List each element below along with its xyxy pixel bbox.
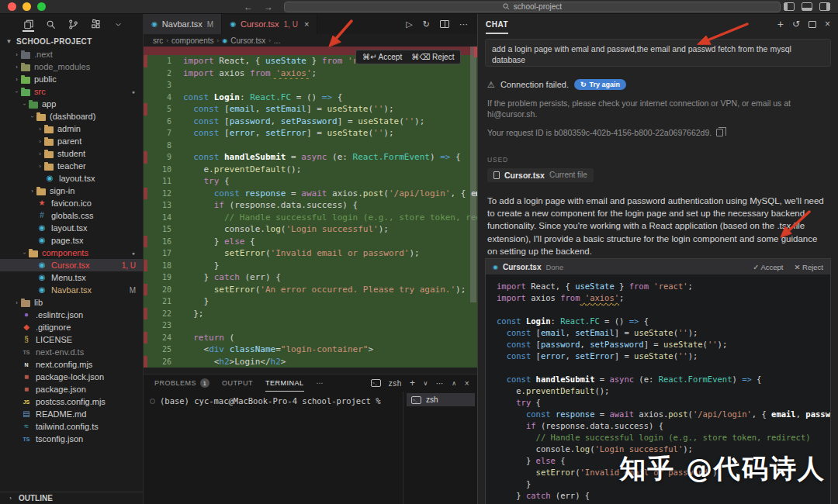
chevron-closed-icon[interactable]: › xyxy=(36,138,44,145)
run-icon[interactable]: ▷ xyxy=(406,19,412,29)
explorer-item-admin[interactable]: ›admin xyxy=(0,123,143,135)
code-line: 19 } catch (err) { xyxy=(144,271,477,284)
accept-shortcut-button[interactable]: ⌘↵ Accept xyxy=(362,53,402,61)
toggle-left-sidebar-icon[interactable] xyxy=(784,2,795,11)
reject-shortcut-button[interactable]: ⌘⌫ Reject xyxy=(411,53,454,61)
close-window-button[interactable] xyxy=(8,2,16,11)
panel-close-icon[interactable]: × xyxy=(465,379,469,388)
explorer-item-Cursor.tsx[interactable]: ◉Cursor.tsx1, U xyxy=(0,259,143,271)
explorer-item-page.tsx[interactable]: ◉page.tsx xyxy=(0,234,143,247)
panel-tab-problems[interactable]: PROBLEMS1 xyxy=(154,375,210,392)
chevron-closed-icon[interactable]: › xyxy=(28,188,36,195)
maximize-window-button[interactable] xyxy=(37,2,46,11)
explorer-item-.eslintrc.json[interactable]: ●.eslintrc.json xyxy=(0,309,143,321)
nav-back-icon[interactable]: ← xyxy=(244,2,253,12)
explorer-item-LICENSE[interactable]: §LICENSE xyxy=(0,333,143,346)
explorer-item-package-lock.json[interactable]: ■package-lock.json xyxy=(0,371,143,383)
chevron-closed-icon[interactable]: › xyxy=(12,76,21,83)
chevron-closed-icon[interactable]: › xyxy=(36,126,44,133)
editor-scrollbar[interactable] xyxy=(470,47,476,302)
split-editor-icon[interactable] xyxy=(440,20,449,28)
editor-tab-Cursor.tsx[interactable]: ◉Cursor.tsx1, U× xyxy=(222,14,317,34)
breadcrumb[interactable]: src›components›◉Cursor.tsx›... xyxy=(144,34,477,47)
history-icon[interactable]: ↺ xyxy=(792,19,800,29)
chevron-open-icon[interactable]: › xyxy=(21,100,28,109)
minimize-window-button[interactable] xyxy=(23,2,31,11)
reject-button[interactable]: ✕ Reject xyxy=(794,263,823,271)
code-editor[interactable]: 1import React, { useState } from 'react'… xyxy=(144,47,477,374)
panel-more-icon[interactable]: ⋯ xyxy=(317,379,324,387)
refresh-icon[interactable]: ↻ xyxy=(423,19,430,29)
explorer-item-favicon.ico[interactable]: ★favicon.ico xyxy=(0,197,143,209)
chevron-open-icon[interactable]: › xyxy=(21,249,28,257)
copy-icon[interactable] xyxy=(716,129,723,136)
explorer-item-next.config.mjs[interactable]: Nnext.config.mjs xyxy=(0,358,143,371)
explorer-item-.next[interactable]: ›.next xyxy=(0,48,143,60)
explorer-item-README.md[interactable]: ▤README.md xyxy=(0,408,143,420)
explorer-item-student[interactable]: ›student xyxy=(0,147,143,160)
explorer-item-sign-in[interactable]: ›sign-in xyxy=(0,185,143,197)
panel-tab-output[interactable]: OUTPUT xyxy=(222,375,253,392)
accept-button[interactable]: ✓ Accept xyxy=(753,263,783,271)
editor-tab-Navbar.tsx[interactable]: ◉Navbar.tsxM xyxy=(144,14,222,34)
explorer-item-(dashboard)[interactable]: ›(dashboard) xyxy=(0,110,143,123)
chevron-open-icon[interactable]: › xyxy=(13,88,20,96)
new-chat-icon[interactable]: + xyxy=(777,18,784,30)
chevron-closed-icon[interactable]: › xyxy=(36,163,44,170)
explorer-item-components[interactable]: ›components● xyxy=(0,247,143,259)
used-file-chip[interactable]: Cursor.tsx Current file xyxy=(487,168,594,182)
explorer-item-package.json[interactable]: ■package.json xyxy=(0,383,143,395)
explorer-item-next-env.d.ts[interactable]: TSnext-env.d.ts xyxy=(0,346,143,358)
chevron-down-icon[interactable] xyxy=(112,16,125,32)
explorer-item-globals.css[interactable]: #globals.css xyxy=(0,209,143,222)
terminal-list-item-zsh[interactable]: >_ zsh xyxy=(407,393,475,406)
terminal-body[interactable]: (base) cyc-mac@MacBook-Pro-4 school-proj… xyxy=(144,392,477,504)
breadcrumb-item[interactable]: ... xyxy=(274,36,280,45)
explorer-item-src[interactable]: ›src● xyxy=(0,85,143,98)
new-terminal-icon[interactable]: + xyxy=(410,378,416,388)
expand-icon[interactable] xyxy=(809,21,816,28)
explorer-icon[interactable] xyxy=(22,16,35,32)
breadcrumb-item[interactable]: components xyxy=(171,36,213,45)
explorer-item-public[interactable]: ›public xyxy=(0,73,143,85)
explorer-item-app[interactable]: ›app xyxy=(0,98,143,110)
breadcrumb-item[interactable]: src xyxy=(153,36,163,45)
explorer-item-layout.tsx[interactable]: ◉layout.tsx xyxy=(0,222,143,234)
chevron-closed-icon[interactable]: › xyxy=(12,299,21,306)
outline-section[interactable]: › OUTLINE xyxy=(0,492,143,504)
explorer-item-.gitignore[interactable]: ◆.gitignore xyxy=(0,321,143,333)
explorer-item-postcss.config.mjs[interactable]: JSpostcss.config.mjs xyxy=(0,395,143,408)
search-icon[interactable] xyxy=(44,16,57,32)
explorer-item-Navbar.tsx[interactable]: ◉Navbar.tsxM xyxy=(0,284,143,296)
explorer-item-parent[interactable]: ›parent xyxy=(0,135,143,147)
toggle-bottom-panel-icon[interactable] xyxy=(802,2,812,11)
panel-maximize-icon[interactable]: ∧ xyxy=(452,380,456,387)
chevron-closed-icon[interactable]: › xyxy=(12,51,21,58)
more-actions-icon[interactable]: ⋯ xyxy=(459,19,468,29)
toggle-right-sidebar-icon[interactable] xyxy=(819,2,830,11)
breadcrumb-item[interactable]: Cursor.tsx xyxy=(230,36,265,45)
tab-chat[interactable]: CHAT xyxy=(486,14,508,34)
explorer-item-tsconfig.json[interactable]: TStsconfig.json xyxy=(0,433,143,445)
source-control-icon[interactable] xyxy=(67,16,80,32)
close-tab-icon[interactable]: × xyxy=(304,19,309,29)
nav-forward-icon[interactable]: → xyxy=(264,2,273,12)
command-search-input[interactable]: school-project xyxy=(284,2,781,12)
chevron-closed-icon[interactable]: › xyxy=(36,150,44,157)
chat-input[interactable]: add a login page with emal and passwd,th… xyxy=(485,39,831,67)
explorer-item-node_modules[interactable]: ›node_modules xyxy=(0,60,143,73)
close-icon[interactable]: × xyxy=(825,19,830,29)
extensions-icon[interactable] xyxy=(89,16,102,32)
explorer-item-lib[interactable]: ›lib xyxy=(0,296,143,309)
explorer-item-tailwind.config.ts[interactable]: ≈tailwind.config.ts xyxy=(0,420,143,433)
try-again-button[interactable]: ↻ Try again xyxy=(574,79,626,90)
panel-tab-terminal[interactable]: TERMINAL xyxy=(265,375,304,392)
explorer-item-teacher[interactable]: ›teacher xyxy=(0,160,143,172)
chevron-open-icon[interactable]: › xyxy=(29,112,36,121)
explorer-header[interactable]: ▼ SCHOOL-PROJECT xyxy=(0,34,143,48)
terminal-dropdown-icon[interactable]: ∨ xyxy=(423,380,428,387)
explorer-item-layout.tsx[interactable]: ◉layout.tsx xyxy=(0,172,143,185)
chevron-closed-icon[interactable]: › xyxy=(12,64,21,71)
explorer-item-Menu.tsx[interactable]: ◉Menu.tsx xyxy=(0,271,143,284)
terminal-more-icon[interactable]: ⋯ xyxy=(436,379,445,388)
